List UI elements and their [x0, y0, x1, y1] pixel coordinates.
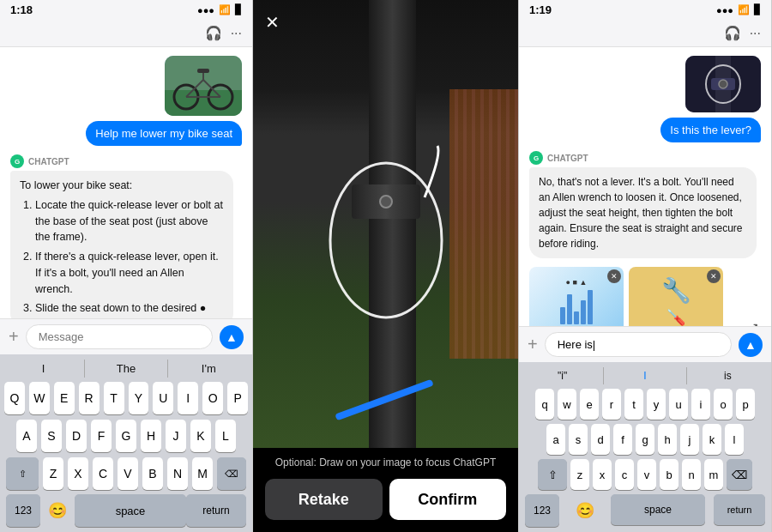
key-m[interactable]: m [704, 459, 723, 490]
kb-suggest-im[interactable]: I'm [168, 360, 250, 378]
key-N[interactable]: N [167, 457, 188, 490]
key-X[interactable]: X [68, 457, 88, 490]
image-area-2 [253, 0, 518, 448]
tools-close-badge[interactable]: ✕ [707, 269, 721, 283]
kb-suggest-I[interactable]: I [604, 367, 686, 384]
seat-clamp [352, 184, 420, 219]
more-icon-3[interactable]: ··· [750, 26, 761, 41]
key-Z[interactable]: Z [43, 457, 63, 490]
expand-icon[interactable]: ↗ [749, 320, 759, 326]
tools-image-card: 🔧 🪛 ✕ [629, 267, 723, 326]
kb-row-1-1: Q W E R T Y U I O P [4, 382, 248, 414]
key-C[interactable]: C [93, 457, 113, 490]
key-W[interactable]: W [29, 382, 50, 414]
key-n[interactable]: n [682, 459, 701, 490]
key-k[interactable]: k [703, 424, 721, 455]
key-J[interactable]: J [166, 420, 186, 452]
key-F[interactable]: F [91, 420, 112, 452]
user-image-row-3 [529, 56, 761, 112]
key-t[interactable]: t [624, 389, 643, 420]
delete-key-3[interactable]: ⌫ [727, 459, 752, 490]
key-p[interactable]: p [736, 389, 755, 420]
key-M[interactable]: M [192, 457, 213, 490]
key-T[interactable]: T [104, 382, 124, 414]
key-B[interactable]: B [142, 457, 163, 490]
plus-icon-3[interactable]: + [528, 335, 538, 354]
delete-key-1[interactable]: ⌫ [217, 457, 246, 490]
key-v[interactable]: v [637, 459, 656, 490]
shift-key-3[interactable]: ⇧ [538, 459, 567, 490]
doc-close-badge[interactable]: ✕ [607, 269, 621, 283]
key-c[interactable]: c [615, 459, 634, 490]
return-key-1[interactable]: return [186, 494, 246, 527]
assistant-text-intro-1: To lower your bike seat: [20, 179, 132, 191]
key-r[interactable]: r [602, 389, 621, 420]
key-D[interactable]: D [66, 420, 87, 452]
message-input-3[interactable] [545, 332, 732, 357]
num-key-3[interactable]: 123 [525, 494, 559, 527]
shift-key-1[interactable]: ⇧ [6, 457, 39, 490]
key-x[interactable]: x [593, 459, 612, 490]
key-R[interactable]: R [79, 382, 100, 414]
kb-suggest-i[interactable]: I [3, 360, 85, 378]
key-H[interactable]: H [141, 420, 161, 452]
key-f[interactable]: f [613, 424, 632, 455]
message-input-1[interactable] [26, 324, 213, 349]
key-L[interactable]: L [215, 420, 236, 452]
user-text-1: Help me lower my bike seat [86, 121, 242, 146]
key-w[interactable]: w [558, 389, 576, 420]
kb-suggest-the[interactable]: The [85, 360, 167, 378]
key-e[interactable]: e [580, 389, 599, 420]
space-key-3[interactable]: space [611, 494, 705, 525]
key-P[interactable]: P [227, 382, 248, 414]
hint-text-2: Optional: Draw on your image to focus Ch… [265, 456, 506, 469]
key-q[interactable]: q [535, 389, 554, 420]
key-u[interactable]: u [669, 389, 688, 420]
send-button-1[interactable]: ▲ [220, 325, 244, 349]
key-j[interactable]: j [680, 424, 699, 455]
emoji-key-1[interactable]: 😊 [40, 494, 75, 527]
bar-3 [574, 311, 579, 324]
key-y[interactable]: y [647, 389, 666, 420]
confirm-button[interactable]: Confirm [389, 479, 507, 520]
key-O[interactable]: O [202, 382, 223, 414]
key-i[interactable]: i [691, 389, 710, 420]
key-V[interactable]: V [118, 457, 138, 490]
key-Q[interactable]: Q [4, 382, 25, 414]
chart-bars [560, 290, 593, 324]
retake-button[interactable]: Retake [265, 479, 383, 520]
key-l[interactable]: l [725, 424, 744, 455]
assistant-label-1: G CHATGPT [10, 154, 242, 168]
plus-icon-1[interactable]: + [9, 327, 19, 347]
kb-suggest-is[interactable]: is [687, 367, 769, 384]
key-A[interactable]: A [16, 420, 37, 452]
key-o[interactable]: o [714, 389, 733, 420]
key-E[interactable]: E [54, 382, 75, 414]
key-s[interactable]: s [569, 424, 588, 455]
return-key-3[interactable]: return [714, 494, 765, 525]
key-h[interactable]: h [658, 424, 677, 455]
key-a[interactable]: a [546, 424, 565, 455]
key-U[interactable]: U [153, 382, 173, 414]
key-b[interactable]: b [660, 459, 679, 490]
key-g[interactable]: g [636, 424, 654, 455]
key-S[interactable]: S [41, 420, 62, 452]
kb-suggest-qi[interactable]: "i" [522, 367, 604, 384]
key-K[interactable]: K [190, 420, 211, 452]
close-button-2[interactable]: ✕ [265, 12, 280, 33]
key-Y[interactable]: Y [129, 382, 149, 414]
more-icon-1[interactable]: ··· [231, 26, 242, 41]
space-key-1[interactable]: space [75, 494, 186, 527]
key-d[interactable]: d [591, 424, 610, 455]
bar-5 [588, 290, 593, 324]
key-I[interactable]: I [178, 382, 198, 414]
kb-rows-3: q w e r t y u i o p a s d f g h j k l [522, 389, 769, 490]
svg-rect-8 [197, 69, 209, 73]
emoji-key-3[interactable]: 😊 [568, 494, 602, 527]
key-z[interactable]: z [570, 459, 589, 490]
headphones-icon-3[interactable]: 🎧 [724, 25, 741, 41]
key-G[interactable]: G [116, 420, 136, 452]
num-key-1[interactable]: 123 [6, 494, 40, 527]
headphones-icon-1[interactable]: 🎧 [205, 25, 222, 41]
send-button-3[interactable]: ▲ [739, 333, 763, 357]
